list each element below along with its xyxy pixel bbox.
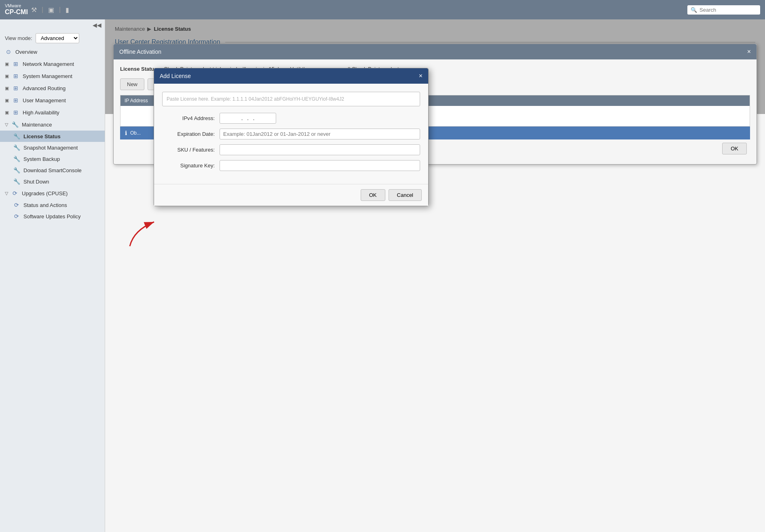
app-name: CP-CMI bbox=[5, 8, 28, 16]
sidebar-child-label: Snapshot Management bbox=[23, 145, 78, 151]
offline-modal-header: Offline Activation × bbox=[114, 44, 757, 59]
sidebar-item-user-management[interactable]: ▣ ⊞ User Management bbox=[0, 94, 105, 106]
search-icon: 🔍 bbox=[691, 7, 697, 13]
sidebar-child-license-status[interactable]: 🔧 License Status bbox=[0, 131, 105, 142]
policy-icon: ⟳ bbox=[13, 213, 20, 220]
sidebar-child-snapshot-management[interactable]: 🔧 Snapshot Management bbox=[0, 142, 105, 153]
expand-icon: ▣ bbox=[5, 98, 9, 103]
backup-icon: 🔧 bbox=[13, 156, 20, 162]
offline-modal-close-button[interactable]: × bbox=[747, 48, 751, 55]
sidebar-item-overview[interactable]: ⊙ Overview bbox=[0, 46, 105, 58]
download-icon: 🔧 bbox=[13, 167, 20, 173]
sidebar-item-high-availability[interactable]: ▣ ⊞ High Availability bbox=[0, 106, 105, 118]
sidebar: ◀◀ View mode: Advanced Basic ⊙ Overview … bbox=[0, 19, 105, 532]
sidebar-item-label: Network Management bbox=[23, 61, 74, 67]
document-icon[interactable]: ▮ bbox=[66, 6, 69, 14]
sidebar-item-label: Overview bbox=[15, 49, 37, 55]
new-button[interactable]: New bbox=[120, 78, 144, 90]
expand-icon: ▽ bbox=[5, 191, 8, 196]
offline-info-text: Ob... bbox=[130, 130, 141, 136]
routing-icon: ⊞ bbox=[12, 85, 19, 91]
vendor-name: VMware bbox=[5, 4, 28, 8]
overview-icon: ⊙ bbox=[5, 49, 12, 55]
signature-row: Signature Key: bbox=[162, 160, 420, 171]
ipv4-row: IPv4 Address: bbox=[162, 113, 420, 124]
expand-icon: ▽ bbox=[5, 122, 8, 127]
expand-icon: ▣ bbox=[5, 74, 9, 79]
snapshot-icon: 🔧 bbox=[13, 144, 20, 151]
add-license-modal-header: Add License × bbox=[154, 68, 428, 84]
sku-input[interactable] bbox=[220, 144, 420, 155]
sidebar-item-maintenance[interactable]: ▽ 🔧 Maintenance bbox=[0, 118, 105, 131]
expiration-input[interactable] bbox=[220, 129, 420, 139]
sidebar-child-label: Software Updates Policy bbox=[23, 213, 81, 220]
maintenance-icon: 🔧 bbox=[11, 121, 19, 128]
view-mode-row: View mode: Advanced Basic bbox=[0, 31, 105, 46]
sidebar-child-shut-down[interactable]: 🔧 Shut Down bbox=[0, 176, 105, 187]
add-license-modal: Add License × Paste License here. Exampl… bbox=[154, 68, 429, 206]
sidebar-item-advanced-routing[interactable]: ▣ ⊞ Advanced Routing bbox=[0, 82, 105, 94]
content-area: Maintenance ▶ License Status User Center… bbox=[105, 19, 765, 532]
ipv4-label: IPv4 Address: bbox=[162, 115, 215, 121]
sidebar-child-label: Shut Down bbox=[23, 179, 49, 185]
sidebar-item-label: High Availability bbox=[23, 110, 59, 116]
network-icon: ⊞ bbox=[12, 61, 19, 67]
ipv4-input[interactable] bbox=[220, 113, 276, 124]
header-tools: ⚒ | ▣ | ▮ bbox=[31, 6, 69, 14]
add-license-modal-body: Paste License here. Example: 1.1.1.1 04J… bbox=[154, 84, 428, 184]
upgrades-icon: ⟳ bbox=[11, 190, 19, 196]
main-layout: ◀◀ View mode: Advanced Basic ⊙ Overview … bbox=[0, 19, 765, 532]
sidebar-collapse-button[interactable]: ◀◀ bbox=[0, 19, 105, 31]
license-icon: 🔧 bbox=[13, 133, 20, 139]
info-icon: ℹ bbox=[125, 130, 127, 136]
sidebar-child-label: System Backup bbox=[23, 156, 60, 162]
add-license-modal-footer: OK Cancel bbox=[154, 184, 428, 206]
users-icon: ⊞ bbox=[12, 97, 19, 103]
paste-license-area: Paste License here. Example: 1.1.1.1 04J… bbox=[162, 92, 420, 106]
paste-license-placeholder: Paste License here. Example: 1.1.1.1 04J… bbox=[167, 96, 344, 102]
sidebar-child-system-backup[interactable]: 🔧 System Backup bbox=[0, 153, 105, 165]
top-header: VMware CP-CMI ⚒ | ▣ | ▮ 🔍 bbox=[0, 0, 765, 19]
shutdown-icon: 🔧 bbox=[13, 178, 20, 185]
system-icon: ⊞ bbox=[12, 73, 19, 79]
arrow-to-new-btn bbox=[122, 214, 186, 254]
expiration-label: Expiration Date: bbox=[162, 131, 215, 137]
sidebar-item-label: User Management bbox=[23, 97, 66, 103]
sku-row: SKU / Features: bbox=[162, 144, 420, 155]
add-license-cancel-button[interactable]: Cancel bbox=[389, 189, 422, 201]
sidebar-item-upgrades[interactable]: ▽ ⟳ Upgrades (CPUSE) bbox=[0, 187, 105, 199]
monitor-icon[interactable]: ▣ bbox=[48, 6, 54, 14]
content-inner: Maintenance ▶ License Status User Center… bbox=[105, 19, 765, 114]
expand-icon: ▣ bbox=[5, 86, 9, 91]
search-box[interactable]: 🔍 bbox=[687, 5, 760, 15]
offline-ok-button[interactable]: OK bbox=[722, 143, 747, 154]
sidebar-child-label: License Status bbox=[23, 133, 61, 139]
ha-icon: ⊞ bbox=[12, 109, 19, 116]
signature-input[interactable] bbox=[220, 160, 420, 171]
app-title: VMware CP-CMI bbox=[5, 4, 28, 16]
view-mode-select[interactable]: Advanced Basic bbox=[36, 33, 79, 43]
sidebar-child-label: Download SmartConsole bbox=[23, 167, 82, 173]
offline-modal-title: Offline Activation bbox=[119, 49, 161, 55]
sidebar-child-software-updates-policy[interactable]: ⟳ Software Updates Policy bbox=[0, 211, 105, 222]
status-icon: ⟳ bbox=[13, 202, 20, 208]
add-license-ok-button[interactable]: OK bbox=[361, 189, 385, 201]
sidebar-child-status-and-actions[interactable]: ⟳ Status and Actions bbox=[0, 199, 105, 211]
expand-icon: ▣ bbox=[5, 110, 9, 115]
sidebar-item-system-management[interactable]: ▣ ⊞ System Management bbox=[0, 70, 105, 82]
sidebar-item-label: Upgrades (CPUSE) bbox=[22, 190, 68, 196]
signature-label: Signature Key: bbox=[162, 163, 215, 169]
expiration-row: Expiration Date: bbox=[162, 129, 420, 139]
sidebar-child-download-smartconsole[interactable]: 🔧 Download SmartConsole bbox=[0, 165, 105, 176]
add-license-modal-title: Add License bbox=[160, 73, 191, 79]
app-brand: VMware CP-CMI ⚒ | ▣ | ▮ bbox=[5, 4, 69, 16]
sidebar-child-label: Status and Actions bbox=[23, 202, 67, 208]
sidebar-item-label: Maintenance bbox=[22, 122, 52, 128]
sidebar-item-label: System Management bbox=[23, 73, 72, 79]
add-license-close-button[interactable]: × bbox=[419, 72, 423, 80]
search-input[interactable] bbox=[699, 7, 756, 13]
sku-label: SKU / Features: bbox=[162, 147, 215, 153]
view-mode-label: View mode: bbox=[5, 35, 32, 41]
sidebar-item-network-management[interactable]: ▣ ⊞ Network Management bbox=[0, 58, 105, 70]
wrench-icon[interactable]: ⚒ bbox=[31, 6, 37, 14]
